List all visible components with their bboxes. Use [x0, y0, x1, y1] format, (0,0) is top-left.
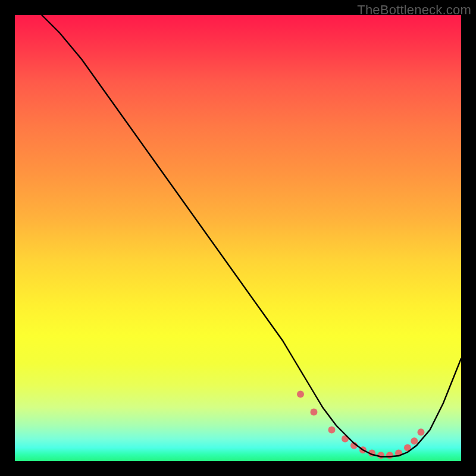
chart-svg — [15, 15, 461, 461]
plot-gradient-background — [15, 15, 461, 461]
marker-dot — [297, 391, 304, 398]
marker-dot — [386, 452, 393, 459]
marker-dot — [418, 428, 425, 436]
bottleneck-curve-path — [42, 15, 461, 457]
marker-dot — [311, 409, 318, 416]
chart-frame: TheBottleneck.com — [0, 0, 476, 476]
marker-dot — [411, 437, 418, 444]
marker-dot — [328, 427, 336, 434]
